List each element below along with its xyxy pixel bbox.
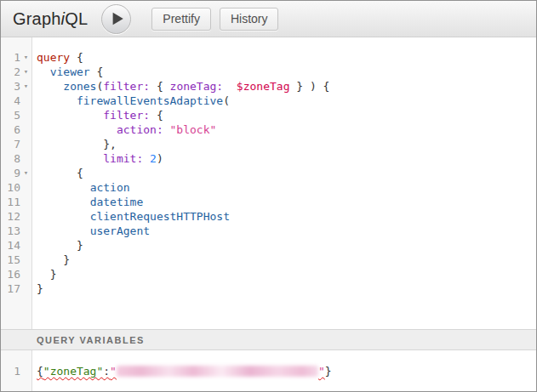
logo-text: Graph — [13, 9, 61, 28]
code-token: } — [37, 239, 83, 252]
gutter-row: 14 — [1, 238, 31, 253]
code-line: zones(filter: { zoneTag: $zoneTag } ) { — [37, 79, 536, 94]
code-line: {"zoneTag":""} — [37, 364, 536, 378]
code-token: { — [150, 109, 163, 122]
line-number: 15 — [7, 253, 20, 267]
line-number: 17 — [7, 281, 20, 296]
toolbar: GraphiQL Prettify History — [1, 1, 536, 37]
code-token — [163, 123, 170, 136]
query-variables-header[interactable]: QUERY VARIABLES — [1, 329, 536, 350]
code-token: } — [37, 268, 56, 281]
code-line: } — [37, 267, 536, 281]
code-token: } — [37, 282, 43, 295]
line-number: 7 — [14, 137, 20, 151]
code-token: action: — [117, 123, 163, 136]
code-line: limit: 2) — [37, 151, 536, 166]
line-number-gutter: 1▾2▾3▾456789▾1011121314151617 — [1, 37, 32, 329]
gutter-row: 10 — [1, 180, 31, 195]
code-token — [37, 109, 103, 122]
code-token — [37, 94, 77, 107]
code-token: filter: — [103, 80, 150, 93]
code-token: firewallEventsAdaptive — [77, 94, 223, 107]
variables-code-area[interactable]: {"zoneTag":""} — [32, 350, 536, 391]
code-token: zoneTag: — [170, 80, 224, 93]
gutter-row: 6 — [1, 122, 31, 137]
code-token: datetime — [90, 196, 144, 208]
gutter-row: 12 — [1, 209, 31, 224]
line-number: 10 — [7, 180, 20, 195]
gutter-row: 11 — [1, 195, 31, 209]
line-number: 9 — [14, 166, 20, 180]
code-token — [37, 123, 117, 136]
code-token: "block" — [170, 123, 217, 136]
code-token: limit: — [103, 152, 143, 165]
code-line: } — [37, 238, 536, 253]
code-token: { — [70, 51, 83, 64]
line-number: 3 — [14, 79, 20, 94]
fold-arrow-icon[interactable]: ▾ — [20, 166, 31, 180]
code-line: { — [37, 166, 536, 180]
line-number: 14 — [7, 238, 20, 253]
gutter-row: 17 — [1, 281, 31, 296]
fold-arrow-icon[interactable]: ▾ — [20, 79, 31, 94]
gutter-row: 1 — [1, 364, 31, 378]
logo-text-ql: QL — [65, 9, 88, 28]
code-token — [37, 181, 90, 194]
play-icon — [102, 4, 130, 33]
code-line: } — [37, 281, 536, 296]
code-token: ) — [157, 152, 163, 165]
code-line: datetime — [37, 195, 536, 209]
code-token — [37, 196, 90, 208]
code-token — [223, 80, 237, 93]
line-number: 6 — [14, 122, 20, 137]
gutter-row: 9▾ — [1, 166, 31, 180]
variables-editor: 1 {"zoneTag":""} — [1, 350, 536, 391]
code-line: }, — [37, 137, 536, 151]
query-editor: 1▾2▾3▾456789▾1011121314151617 query { vi… — [1, 37, 536, 329]
code-token: { — [150, 80, 169, 93]
code-token: } ) { — [289, 80, 329, 93]
query-code-area[interactable]: query { viewer { zones(filter: { zoneTag… — [32, 37, 536, 329]
code-token — [37, 80, 63, 93]
line-number: 13 — [7, 224, 20, 238]
code-token: " — [318, 365, 325, 378]
line-number: 11 — [7, 195, 20, 209]
fold-arrow-icon[interactable]: ▾ — [20, 65, 31, 79]
code-token: query — [37, 51, 70, 64]
code-token — [143, 152, 150, 165]
gutter-row: 8 — [1, 151, 31, 166]
gutter-row: 4 — [1, 94, 31, 108]
line-number: 1 — [14, 364, 20, 378]
code-token — [37, 210, 90, 223]
code-token: { — [90, 65, 104, 78]
gutter-row: 5 — [1, 108, 31, 122]
code-line: } — [37, 253, 536, 267]
gutter-row: 1▾ — [1, 50, 31, 65]
code-token: " — [110, 365, 117, 378]
code-line: userAgent — [37, 224, 536, 238]
fold-arrow-icon[interactable]: ▾ — [20, 50, 31, 65]
gutter-row: 13 — [1, 224, 31, 238]
code-token: clientRequestHTTPHost — [90, 210, 230, 223]
code-token: viewer — [50, 65, 90, 78]
prettify-button[interactable]: Prettify — [151, 8, 211, 31]
code-token: } — [325, 365, 332, 378]
gutter-row: 16 — [1, 267, 31, 281]
line-number: 16 — [7, 267, 20, 281]
code-token: ( — [223, 94, 230, 107]
execute-query-button[interactable] — [101, 4, 131, 34]
code-line: viewer { — [37, 65, 536, 79]
code-token: { — [37, 365, 43, 378]
code-token: "zoneTag" — [43, 365, 103, 378]
code-token: action — [90, 181, 130, 194]
code-token — [37, 224, 90, 237]
gutter-row: 15 — [1, 253, 31, 267]
code-token: : — [103, 365, 110, 378]
code-token: userAgent — [90, 224, 150, 237]
code-token: $zoneTag — [237, 80, 290, 93]
variables-line-number-gutter: 1 — [1, 350, 32, 391]
code-line: clientRequestHTTPHost — [37, 209, 536, 224]
code-token: filter: — [103, 109, 150, 122]
gutter-row: 2▾ — [1, 65, 31, 79]
history-button[interactable]: History — [220, 8, 279, 31]
